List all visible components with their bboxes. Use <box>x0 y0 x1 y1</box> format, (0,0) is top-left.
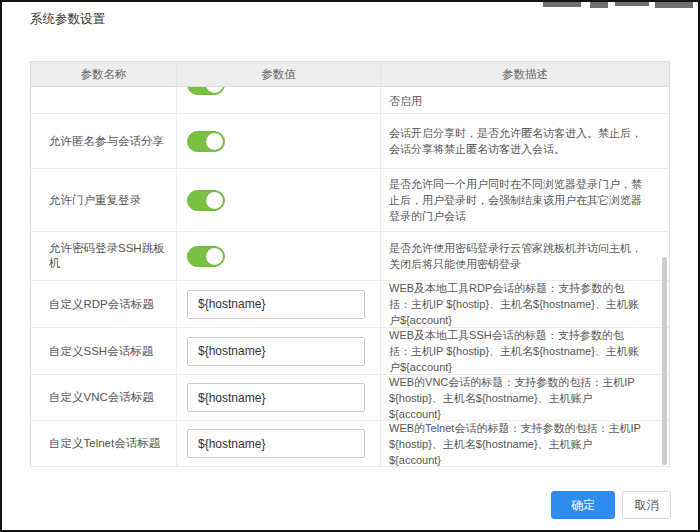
toggle-knob <box>206 192 223 209</box>
param-value-cell <box>176 328 380 374</box>
toggle-knob <box>206 87 223 93</box>
table-row: 自定义Telnet会话标题 WEB的Telnet会话的标题：支持参数的包括：主机… <box>31 421 669 467</box>
parameters-table: 参数名称 参数值 参数描述 否启用 允许匿名参与会话分享 会话开启分享时，是否允… <box>30 61 670 467</box>
background-artifact <box>655 2 693 8</box>
vnc-session-title-input[interactable] <box>187 383 365 412</box>
confirm-button[interactable]: 确定 <box>551 491 615 519</box>
param-value-cell <box>176 114 380 168</box>
param-name: 自定义SSH会话标题 <box>31 328 176 374</box>
rdp-session-title-input[interactable] <box>187 290 365 319</box>
toggle-switch[interactable] <box>187 190 225 211</box>
background-artifact <box>543 2 581 7</box>
param-value-cell <box>176 281 380 327</box>
telnet-session-title-input[interactable] <box>187 429 365 458</box>
param-value-cell <box>176 375 380 420</box>
table-scrollbar-thumb[interactable] <box>662 257 667 465</box>
param-name: 允许密码登录SSH跳板机 <box>31 232 176 280</box>
param-value-cell <box>176 232 380 280</box>
param-value-cell <box>176 169 380 231</box>
param-name: 自定义Telnet会话标题 <box>31 421 176 466</box>
table-row: 否启用 <box>31 87 669 114</box>
param-name <box>31 87 176 113</box>
param-name: 允许门户重复登录 <box>31 169 176 231</box>
table-header-row: 参数名称 参数值 参数描述 <box>31 62 669 87</box>
table-row: 自定义RDP会话标题 WEB及本地工具RDP会话的标题：支持参数的包括：主机IP… <box>31 281 669 328</box>
table-row: 允许门户重复登录 是否允许同一个用户同时在不同浏览器登录门户，禁止后，用户登录时… <box>31 169 669 232</box>
background-artifact <box>590 2 608 8</box>
toggle-switch[interactable] <box>187 131 225 152</box>
background-artifact <box>615 2 649 6</box>
param-description: WEB及本地工具SSH会话的标题：支持参数的包括：主机IP ${hostip}、… <box>380 328 669 374</box>
toggle-knob <box>206 133 223 150</box>
param-description: 是否允许同一个用户同时在不同浏览器登录门户，禁止后，用户登录时，会强制结束该用户… <box>380 169 669 231</box>
table-row: 允许密码登录SSH跳板机 是否允许使用密码登录行云管家跳板机并访问主机，关闭后将… <box>31 232 669 281</box>
settings-dialog: 系统参数设置 参数名称 参数值 参数描述 否启用 允许匿名参与会话分享 会话开启… <box>0 0 700 532</box>
toggle-switch-partial[interactable] <box>187 87 225 95</box>
table-row: 自定义SSH会话标题 WEB及本地工具SSH会话的标题：支持参数的包括：主机IP… <box>31 328 669 375</box>
toggle-switch[interactable] <box>187 246 225 267</box>
header-param-value: 参数值 <box>176 62 380 86</box>
param-description: 是否允许使用密码登录行云管家跳板机并访问主机，关闭后将只能使用密钥登录 <box>380 232 669 280</box>
header-param-name: 参数名称 <box>31 62 176 86</box>
param-description: WEB的Telnet会话的标题：支持参数的包括：主机IP ${hostip}、主… <box>380 421 669 466</box>
param-name: 允许匿名参与会话分享 <box>31 114 176 168</box>
table-row: 允许匿名参与会话分享 会话开启分享时，是否允许匿名访客进入。禁止后，会话分享将禁… <box>31 114 669 169</box>
param-description: WEB的VNC会话的标题：支持参数的包括：主机IP ${hostip}、主机名$… <box>380 375 669 420</box>
table-row: 自定义VNC会话标题 WEB的VNC会话的标题：支持参数的包括：主机IP ${h… <box>31 375 669 421</box>
param-description: 会话开启分享时，是否允许匿名访客进入。禁止后，会话分享将禁止匿名访客进入会话。 <box>380 114 669 168</box>
param-name: 自定义VNC会话标题 <box>31 375 176 420</box>
ssh-session-title-input[interactable] <box>187 337 365 366</box>
param-name: 自定义RDP会话标题 <box>31 281 176 327</box>
cancel-button[interactable]: 取消 <box>622 491 671 519</box>
header-param-desc: 参数描述 <box>380 62 669 86</box>
param-value-cell <box>176 87 380 113</box>
param-value-cell <box>176 421 380 466</box>
dialog-title: 系统参数设置 <box>30 11 105 28</box>
param-description: 否启用 <box>380 87 669 113</box>
param-description: WEB及本地工具RDP会话的标题：支持参数的包括：主机IP ${hostip}、… <box>380 281 669 327</box>
toggle-knob <box>206 248 223 265</box>
